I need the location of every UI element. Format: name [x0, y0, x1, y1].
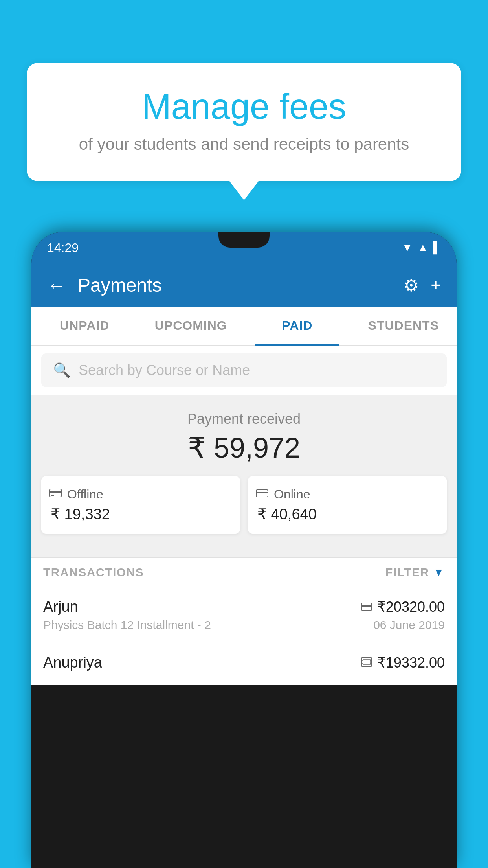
transaction-amount-2: ₹19332.00 [377, 655, 445, 671]
transaction-bottom: Physics Batch 12 Installment - 2 06 June… [43, 618, 445, 632]
transaction-top: Arjun ₹20320.00 [43, 598, 445, 615]
online-icon [256, 487, 268, 502]
tab-unpaid[interactable]: UNPAID [31, 307, 138, 345]
online-card-top: Online [256, 487, 310, 502]
transactions-header: TRANSACTIONS FILTER ▼ [31, 557, 457, 587]
tab-paid[interactable]: PAID [244, 307, 350, 345]
app-header: ← Payments ⚙ + [31, 263, 457, 307]
offline-amount: ₹ 19,332 [49, 506, 110, 523]
online-amount: ₹ 40,640 [256, 506, 317, 523]
settings-icon[interactable]: ⚙ [404, 275, 419, 295]
svg-rect-2 [51, 495, 54, 496]
filter-button[interactable]: FILTER ▼ [385, 566, 445, 579]
transaction-date: 06 June 2019 [373, 618, 445, 632]
filter-label: FILTER [385, 566, 429, 579]
svg-rect-8 [363, 659, 370, 665]
payment-total-amount: ₹ 59,972 [31, 431, 457, 464]
cash-payment-icon [361, 656, 372, 669]
filter-icon: ▼ [433, 566, 445, 579]
svg-rect-6 [361, 605, 372, 607]
payment-summary: Payment received ₹ 59,972 Offline [31, 395, 457, 557]
transaction-course: Physics Batch 12 Installment - 2 [43, 618, 211, 632]
add-icon[interactable]: + [431, 275, 441, 295]
svg-rect-4 [256, 492, 268, 493]
tab-students[interactable]: STUDENTS [350, 307, 457, 345]
transaction-row[interactable]: Anupriya ₹19332.00 [31, 643, 457, 685]
page-title: Payments [78, 274, 396, 296]
transaction-name-2: Anupriya [43, 654, 102, 671]
search-input[interactable]: Search by Course or Name [79, 362, 250, 379]
tab-upcoming[interactable]: UPCOMING [138, 307, 244, 345]
svg-rect-1 [50, 491, 61, 493]
phone-frame: 14:29 ▼ ▲ ▌ ← Payments ⚙ + UNPAID UPCOMI… [31, 232, 457, 868]
online-label: Online [274, 487, 310, 502]
payment-received-label: Payment received [31, 411, 457, 427]
transaction-name: Arjun [43, 598, 78, 615]
bubble-subtitle: of your students and send receipts to pa… [46, 135, 442, 154]
battery-icon: ▌ [433, 241, 441, 254]
transactions-label: TRANSACTIONS [43, 566, 144, 579]
bubble-title: Manage fees [46, 86, 442, 127]
card-payment-icon [361, 600, 372, 614]
search-icon: 🔍 [53, 362, 71, 379]
wifi-icon: ▼ [402, 241, 413, 254]
status-bar: 14:29 ▼ ▲ ▌ [31, 232, 457, 263]
tab-bar: UNPAID UPCOMING PAID STUDENTS [31, 307, 457, 346]
offline-label: Offline [67, 487, 103, 502]
transaction-amount-wrap: ₹20320.00 [361, 599, 445, 615]
notch [218, 232, 270, 248]
status-icons: ▼ ▲ ▌ [402, 241, 441, 254]
offline-icon [49, 487, 62, 502]
offline-card: Offline ₹ 19,332 [41, 476, 240, 534]
transaction-amount-wrap-2: ₹19332.00 [361, 655, 445, 671]
transaction-row[interactable]: Arjun ₹20320.00 Physics Batch 12 Install… [31, 587, 457, 643]
phone-screen: UNPAID UPCOMING PAID STUDENTS 🔍 Search b… [31, 307, 457, 685]
search-bar[interactable]: 🔍 Search by Course or Name [41, 353, 447, 387]
payment-cards: Offline ₹ 19,332 Online [31, 476, 457, 546]
transaction-top-2: Anupriya ₹19332.00 [43, 654, 445, 671]
status-time: 14:29 [47, 241, 79, 255]
speech-bubble: Manage fees of your students and send re… [27, 63, 461, 181]
online-card: Online ₹ 40,640 [248, 476, 447, 534]
back-button[interactable]: ← [47, 274, 66, 296]
offline-card-top: Offline [49, 487, 103, 502]
header-actions: ⚙ + [404, 275, 441, 295]
transaction-amount: ₹20320.00 [377, 599, 445, 615]
signal-icon: ▲ [417, 241, 428, 254]
